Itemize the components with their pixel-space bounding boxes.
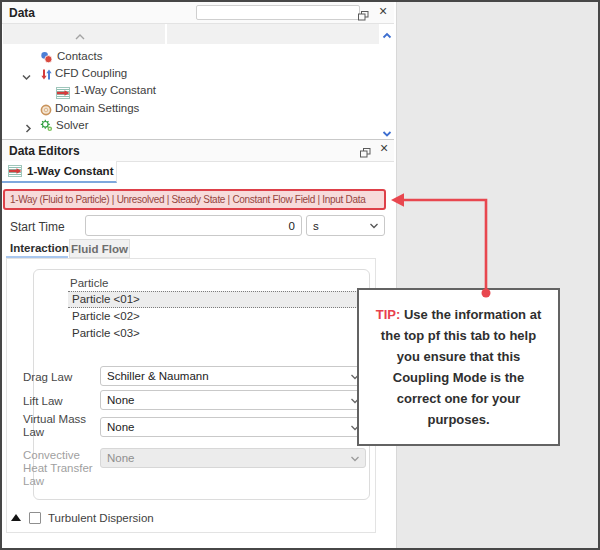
list-item-particle-01[interactable]: Particle <01>	[68, 291, 366, 308]
app-window: Data × Contacts CFD Coupling	[0, 0, 600, 550]
tree-item-solver[interactable]: Solver	[56, 117, 89, 134]
data-editors-float-icon[interactable]	[360, 144, 371, 162]
data-search-input[interactable]	[196, 5, 360, 20]
contacts-icon	[40, 50, 53, 68]
tab-interactions[interactable]: Interactions	[6, 240, 72, 256]
tree-item-one-way-constant[interactable]: 1-Way Constant	[74, 82, 156, 99]
lift-law-select[interactable]: None	[100, 390, 366, 410]
start-time-unit-value: s	[313, 220, 319, 232]
virtual-mass-law-value: None	[107, 421, 135, 433]
chevron-down-icon[interactable]	[21, 68, 32, 86]
tab-fluid-flow[interactable]: Fluid Flow	[69, 239, 130, 258]
start-time-label: Start Time	[10, 220, 65, 234]
chevron-down-icon	[369, 222, 379, 230]
particle-list: Particle <01> Particle <02> Particle <03…	[68, 291, 366, 342]
convective-heat-transfer-law-label: Convective Heat Transfer Law	[23, 449, 97, 488]
data-editors-panel-title: Data Editors	[9, 144, 80, 158]
lift-law-value: None	[107, 394, 135, 406]
start-time-input[interactable]	[85, 215, 302, 236]
collapse-section-icon[interactable]	[11, 514, 21, 521]
start-time-unit-select[interactable]: s	[306, 215, 385, 236]
sort-ascending-icon	[74, 27, 86, 45]
editor-tab-one-way-constant[interactable]: 1-Way Constant	[2, 161, 117, 183]
chevron-down-icon	[350, 455, 360, 463]
drag-law-label: Drag Law	[23, 371, 97, 384]
tree-column-header-2[interactable]	[167, 24, 379, 44]
tree-scrollbar[interactable]	[380, 24, 394, 136]
drag-law-value: Schiller & Naumann	[107, 370, 209, 382]
coupling-mode-status-bar: 1-Way (Fluid to Particle) | Unresolved |…	[3, 189, 386, 210]
data-panel-float-icon[interactable]	[358, 7, 369, 25]
scroll-up-icon[interactable]	[382, 26, 392, 44]
one-way-constant-icon	[8, 165, 22, 177]
tip-label: TIP:	[376, 307, 401, 322]
turbulent-dispersion-checkbox[interactable]	[29, 512, 41, 524]
convective-heat-transfer-law-value: None	[107, 452, 135, 464]
tree-item-cfd-coupling[interactable]: CFD Coupling	[55, 65, 127, 82]
tab-interactions-label: Interactions	[10, 242, 75, 254]
cfd-coupling-icon	[40, 67, 53, 85]
lift-law-label: Lift Law	[23, 395, 97, 408]
tree-item-contacts[interactable]: Contacts	[57, 48, 102, 65]
list-item-particle-03[interactable]: Particle <03>	[68, 325, 366, 342]
virtual-mass-law-label: Virtual Mass Law	[23, 413, 97, 439]
solver-icon	[40, 118, 53, 136]
virtual-mass-law-select[interactable]: None	[100, 417, 366, 437]
tree-item-domain-settings[interactable]: Domain Settings	[55, 100, 139, 117]
editor-tab-label: 1-Way Constant	[27, 165, 113, 177]
list-item-particle-02[interactable]: Particle <02>	[68, 308, 366, 325]
tip-callout-box: TIP: Use the information at the top pf t…	[357, 288, 560, 446]
tip-text: Use the information at the top pf this t…	[381, 307, 541, 427]
data-editors-close-icon[interactable]: ×	[380, 141, 388, 155]
data-panel-close-icon[interactable]: ×	[379, 4, 387, 18]
data-panel-title: Data	[9, 6, 35, 20]
data-editors-panel-header: Data Editors	[2, 139, 394, 162]
convective-heat-transfer-law-select: None	[100, 448, 366, 468]
tab-fluid-flow-label: Fluid Flow	[71, 243, 128, 255]
turbulent-dispersion-label: Turbulent Dispersion	[48, 512, 154, 524]
workspace-background	[396, 2, 599, 548]
particle-list-label: Particle	[70, 277, 108, 289]
drag-law-select[interactable]: Schiller & Naumann	[100, 366, 366, 386]
chevron-right-icon[interactable]	[23, 120, 33, 138]
